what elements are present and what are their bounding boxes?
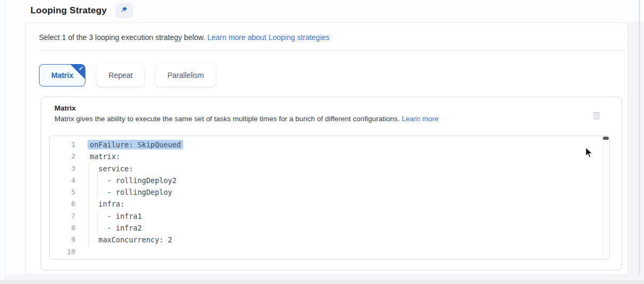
line-number: 10 [50,246,75,258]
learn-more-link[interactable]: Learn more [402,115,438,123]
panel-description: Matrix gives the ability to execute the … [54,115,438,123]
panel-description-text: Matrix gives the ability to execute the … [54,115,400,123]
code-lines: 1onFailure: SkipQueued2matrix:3 service:… [50,139,602,258]
page-title: Looping Strategy [30,5,107,16]
line-number: 8 [50,222,75,234]
code-line-8[interactable]: 8 - infra2 [50,222,602,234]
line-number: 9 [50,234,75,246]
learn-more-strategies-link[interactable]: Learn more about Looping strategies [207,33,329,42]
line-text: service: [75,163,133,175]
line-text: - rollingDeploy [75,186,172,198]
line-text: infra: [75,198,124,210]
divider [39,50,624,51]
pin-button[interactable] [115,3,133,18]
line-number: 1 [50,139,75,151]
code-line-1[interactable]: 1onFailure: SkipQueued [50,139,602,151]
code-line-7[interactable]: 7 - infra1 [50,210,602,222]
line-number: 5 [50,186,75,198]
line-text: onFailure: SkipQueued [75,139,183,151]
code-line-9[interactable]: 9 maxConcurrency: 2 [50,234,602,246]
tab-matrix[interactable]: Matrix✓ [39,64,85,86]
bottom-strip [5,275,644,280]
editor-scrollbar[interactable] [602,136,609,259]
yaml-editor[interactable]: 1onFailure: SkipQueued2matrix:3 service:… [49,136,610,259]
trash-icon [591,109,602,123]
panel-title: Matrix [54,104,76,112]
selected-text: onFailure: SkipQueued [88,140,183,149]
tab-parallelism[interactable]: Parallelism [155,64,215,86]
line-text: matrix: [75,151,120,162]
delete-strategy-button[interactable] [590,109,603,123]
intro-text: Select 1 of the 3 looping execution stra… [39,33,205,42]
tab-label: Parallelism [167,71,203,80]
code-line-3[interactable]: 3 service: [50,163,602,175]
tab-label: Matrix [51,71,73,80]
line-number: 6 [50,198,75,210]
right-edge-strip [628,21,644,284]
line-text [75,246,90,258]
page-header: Looping Strategy [30,2,133,19]
line-number: 4 [50,175,75,186]
code-line-6[interactable]: 6 infra: [50,198,602,210]
looping-strategy-page: Looping Strategy Select 1 of the 3 loopi… [0,0,644,284]
code-line-2[interactable]: 2matrix: [50,151,602,162]
looping-strategy-card: Select 1 of the 3 looping execution stra… [26,22,628,275]
code-line-4[interactable]: 4 - rollingDeploy2 [50,175,602,186]
tab-label: Repeat [108,71,132,80]
pin-icon [120,6,128,16]
tab-repeat[interactable]: Repeat [97,64,144,86]
line-text: - infra2 [75,222,142,234]
code-line-10[interactable]: 10 [50,246,602,258]
bottom-edge-strip [0,280,644,284]
line-number: 7 [50,210,75,222]
intro-text-row: Select 1 of the 3 looping execution stra… [39,33,329,42]
strategy-tabs: Matrix✓RepeatParallelism [39,64,216,86]
line-number: 3 [50,163,75,175]
scrollbar-thumb[interactable] [603,137,609,140]
line-text: maxConcurrency: 2 [75,234,172,246]
right-edge-line [639,0,640,284]
line-text: - rollingDeploy2 [75,175,177,186]
checkmark-icon: ✓ [78,65,83,72]
left-edge-strip [0,0,5,284]
matrix-panel: Matrix Matrix gives the ability to execu… [41,97,622,270]
line-text: - infra1 [75,210,142,222]
code-line-5[interactable]: 5 - rollingDeploy [50,186,602,198]
line-number: 2 [50,151,75,162]
